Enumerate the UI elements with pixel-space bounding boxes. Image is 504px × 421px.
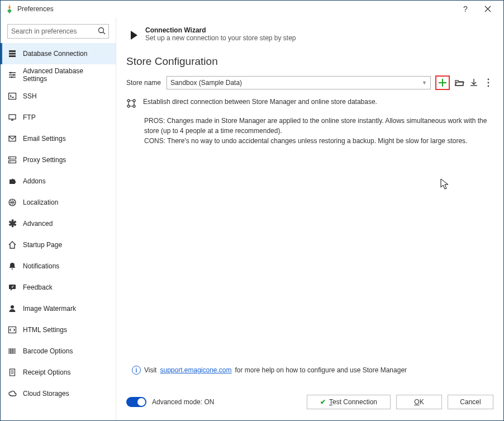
- sidebar-item-label: Startup Page: [23, 241, 62, 249]
- connection-pros-cons: PROS: Changes made in Store Manager are …: [144, 116, 493, 146]
- sidebar-item-ssh[interactable]: SSH: [1, 86, 116, 107]
- sidebar-item-label: Proxy Settings: [23, 156, 66, 164]
- globe-icon: [7, 198, 17, 207]
- cancel-button[interactable]: Cancel: [448, 395, 493, 409]
- cloud-icon: [7, 389, 17, 398]
- svg-point-23: [133, 100, 135, 102]
- search-input[interactable]: [7, 24, 109, 39]
- pros-label: PROS:: [144, 117, 165, 125]
- terminal-icon: [7, 92, 17, 101]
- download-button[interactable]: [469, 78, 479, 88]
- sidebar-item-label: Addons: [23, 177, 46, 185]
- connection-summary: Establish direct connection between Stor…: [143, 98, 377, 110]
- sidebar-item-feedback[interactable]: Feedback: [1, 277, 116, 298]
- sidebar-item-label: Advanced Database Settings: [23, 67, 109, 83]
- sidebar-item-label: Barcode Options: [23, 347, 73, 355]
- folder-open-icon: [454, 78, 464, 88]
- test-connection-button[interactable]: ✔ Test Connection: [307, 395, 391, 409]
- sidebar-item-notifications[interactable]: Notifications: [1, 256, 116, 277]
- support-suffix: for more help on how to configure and us…: [235, 366, 407, 374]
- sidebar-item-barcode-options[interactable]: Barcode Options: [1, 340, 116, 362]
- cons-label: CONS:: [144, 137, 165, 145]
- sidebar: Database Connection Advanced Database Se…: [1, 17, 116, 420]
- advanced-mode-toggle[interactable]: [126, 397, 146, 407]
- svg-point-20: [488, 82, 489, 84]
- screen-icon: [7, 113, 17, 122]
- window-title: Preferences: [17, 5, 54, 13]
- svg-rect-7: [9, 93, 16, 100]
- download-icon: [469, 78, 479, 88]
- cons-text: There's no way to undo accidental change…: [167, 137, 467, 145]
- sidebar-item-label: Advanced: [23, 220, 53, 228]
- sidebar-item-label: Notifications: [23, 262, 59, 270]
- sidebar-item-label: Receipt Options: [23, 368, 70, 376]
- search-icon: [97, 26, 106, 37]
- sidebar-item-advanced[interactable]: ✱ Advanced: [1, 213, 116, 234]
- database-icon: [7, 49, 17, 58]
- home-icon: [7, 240, 17, 249]
- sidebar-item-localization[interactable]: Localization: [1, 192, 116, 213]
- svg-point-16: [11, 305, 14, 309]
- svg-point-4: [9, 72, 11, 74]
- sidebar-item-ftp[interactable]: FTP: [1, 107, 116, 128]
- store-name-select[interactable]: Sandbox (Sample Data) ▼: [167, 76, 431, 89]
- sidebar-item-label: Image Watermark: [23, 305, 76, 313]
- svg-point-13: [9, 162, 11, 163]
- sidebar-item-html-settings[interactable]: HTML Settings: [1, 319, 116, 340]
- support-prefix: Visit: [144, 366, 156, 374]
- open-folder-button[interactable]: [454, 78, 464, 88]
- support-link[interactable]: support.emagicone.com: [160, 366, 231, 374]
- app-logo-icon: [5, 4, 14, 13]
- sidebar-item-receipt-options[interactable]: Receipt Options: [1, 362, 116, 383]
- mail-icon: [7, 134, 17, 143]
- mouse-cursor-icon: [440, 178, 450, 191]
- connection-type-icon: [126, 98, 136, 110]
- svg-point-6: [11, 77, 12, 78]
- kebab-icon: [487, 78, 490, 88]
- bell-icon: [7, 262, 17, 271]
- more-options-button[interactable]: [483, 78, 493, 88]
- svg-point-22: [127, 100, 130, 102]
- title-bar: Preferences ?: [1, 1, 503, 17]
- section-title: Store Configuration: [126, 55, 493, 68]
- store-name-row: Store name Sandbox (Sample Data) ▼: [126, 75, 493, 90]
- connection-wizard-subtitle: Set up a new connection to your store st…: [145, 34, 296, 42]
- chat-icon: [7, 283, 17, 292]
- connection-wizard-row: Connection Wizard Set up a new connectio…: [131, 26, 493, 42]
- svg-point-19: [488, 79, 489, 81]
- advanced-mode-label: Advanced mode: ON: [152, 398, 214, 406]
- svg-rect-2: [9, 53, 16, 55]
- sidebar-item-proxy-settings[interactable]: Proxy Settings: [1, 149, 116, 171]
- ok-button[interactable]: OK: [396, 395, 442, 409]
- main-panel: Connection Wizard Set up a new connectio…: [116, 17, 503, 420]
- sidebar-item-cloud-storages[interactable]: Cloud Storages: [1, 383, 116, 404]
- svg-point-0: [99, 28, 104, 33]
- sidebar-item-advanced-database-settings[interactable]: Advanced Database Settings: [1, 64, 116, 86]
- person-icon: [7, 304, 17, 313]
- sidebar-item-addons[interactable]: Addons: [1, 171, 116, 192]
- chevron-down-icon: ▼: [422, 80, 427, 86]
- svg-rect-3: [9, 55, 16, 57]
- puzzle-icon: [7, 177, 17, 186]
- sidebar-item-label: Localization: [23, 198, 58, 206]
- svg-rect-1: [9, 50, 16, 52]
- help-button[interactable]: ?: [454, 1, 477, 17]
- pros-text: Changes made in Store Manager are applie…: [144, 117, 487, 135]
- close-button[interactable]: [477, 1, 499, 17]
- connection-wizard-play-button[interactable]: [131, 31, 137, 40]
- sidebar-item-email-settings[interactable]: Email Settings: [1, 128, 116, 149]
- sidebar-item-database-connection[interactable]: Database Connection: [1, 43, 116, 64]
- sidebar-item-image-watermark[interactable]: Image Watermark: [1, 298, 116, 319]
- plus-icon: [439, 79, 446, 87]
- sidebar-item-startup-page[interactable]: Startup Page: [1, 234, 116, 256]
- sidebar-item-label: SSH: [23, 92, 37, 100]
- store-name-value: Sandbox (Sample Data): [170, 79, 242, 87]
- connection-wizard-title: Connection Wizard: [145, 26, 296, 34]
- svg-rect-8: [9, 115, 16, 119]
- close-icon: [484, 6, 491, 12]
- asterisk-icon: ✱: [7, 219, 17, 229]
- sidebar-item-label: Feedback: [23, 283, 53, 291]
- info-icon: i: [132, 366, 141, 375]
- add-store-button[interactable]: [435, 75, 450, 90]
- svg-point-5: [13, 74, 15, 76]
